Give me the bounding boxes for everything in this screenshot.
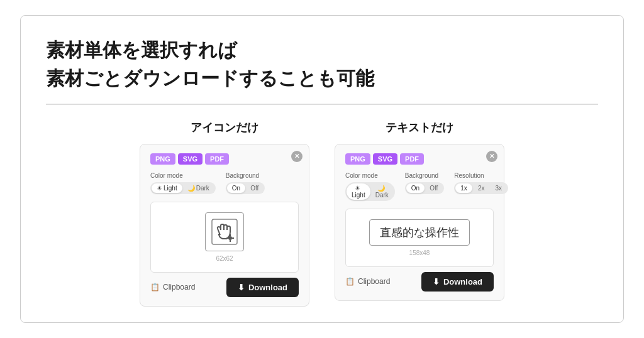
right-tab-svg[interactable]: SVG	[373, 153, 397, 165]
left-tab-svg[interactable]: SVG	[178, 153, 203, 165]
clipboard-icon: 📋	[150, 283, 160, 292]
left-light-btn[interactable]: ☀Light	[152, 183, 182, 193]
left-preview-icon-box	[205, 212, 244, 251]
left-color-mode-group: Color mode ☀Light 🌙Dark	[150, 172, 216, 194]
left-close-button[interactable]: ✕	[291, 151, 303, 162]
right-resolution-toggle: 1x 2x 3x	[454, 182, 508, 194]
right-color-mode-toggle: ☀Light 🌙Dark	[345, 182, 395, 201]
right-bg-off-btn[interactable]: Off	[425, 183, 443, 193]
right-download-card: ✕ PNG SVG PDF Color mode ☀Light	[335, 144, 504, 301]
right-download-label: Download	[443, 277, 482, 286]
left-bg-off-btn[interactable]: Off	[245, 183, 264, 193]
right-options-row: Color mode ☀Light 🌙Dark Background	[345, 172, 494, 201]
right-light-btn[interactable]: ☀Light	[347, 183, 370, 200]
right-close-icon: ✕	[489, 153, 494, 160]
left-download-label: Download	[248, 283, 287, 292]
left-dark-btn[interactable]: 🌙Dark	[182, 183, 214, 193]
left-color-mode-label: Color mode	[150, 172, 216, 179]
left-preview-area: 62x62	[150, 202, 299, 273]
left-background-group: Background On Off	[226, 172, 265, 194]
left-download-button[interactable]: ⬇ Download	[226, 278, 299, 297]
right-bg-on-btn[interactable]: On	[406, 183, 425, 193]
right-clipboard-icon: 📋	[345, 277, 355, 286]
main-container: 素材単体を選択すれば 素材ごとダウンロードすることも可能 アイコンだけ ✕ PN…	[20, 15, 624, 323]
right-tab-png[interactable]: PNG	[345, 153, 370, 165]
right-clipboard-button[interactable]: 📋 Clipboard	[345, 277, 390, 286]
right-preview-text-box: 直感的な操作性	[369, 219, 470, 246]
headline-line1: 素材単体を選択すれば	[46, 36, 598, 64]
right-dark-btn[interactable]: 🌙Dark	[370, 183, 394, 200]
left-download-card: ✕ PNG SVG PDF Color mode ☀Light	[140, 144, 309, 307]
svg-point-1	[228, 236, 232, 240]
left-preview-size: 62x62	[216, 255, 233, 262]
divider	[46, 104, 598, 105]
right-moon-icon: 🌙	[377, 185, 385, 192]
right-res-2x-btn[interactable]: 2x	[473, 183, 490, 193]
left-download-arrow-icon: ⬇	[238, 283, 245, 292]
right-resolution-label: Resolution	[454, 172, 508, 179]
right-close-button[interactable]: ✕	[486, 151, 497, 162]
svg-rect-0	[212, 219, 237, 244]
right-res-1x-btn[interactable]: 1x	[455, 183, 472, 193]
left-bg-on-btn[interactable]: On	[227, 183, 245, 193]
right-color-mode-label: Color mode	[345, 172, 395, 179]
right-download-arrow-icon: ⬇	[433, 277, 440, 286]
left-panel-section: アイコンだけ ✕ PNG SVG PDF Color mode ☀Light	[140, 120, 309, 307]
left-preview-svg	[209, 216, 240, 248]
right-res-3x-btn[interactable]: 3x	[490, 183, 507, 193]
sun-icon: ☀	[157, 185, 162, 192]
right-background-toggle: On Off	[405, 182, 445, 194]
right-panel-section: テキストだけ ✕ PNG SVG PDF Color mode ☀Light	[335, 120, 504, 301]
left-background-toggle: On Off	[226, 182, 265, 194]
left-tab-pdf[interactable]: PDF	[205, 153, 229, 165]
left-color-mode-toggle: ☀Light 🌙Dark	[150, 182, 216, 194]
headline-line2: 素材ごとダウンロードすることも可能	[46, 64, 598, 92]
right-download-button[interactable]: ⬇ Download	[421, 272, 494, 292]
right-background-group: Background On Off	[405, 172, 445, 194]
left-background-label: Background	[226, 172, 265, 179]
left-panel-title: アイコンだけ	[191, 120, 258, 135]
right-resolution-group: Resolution 1x 2x 3x	[454, 172, 508, 194]
right-card-footer: 📋 Clipboard ⬇ Download	[345, 272, 494, 292]
right-tab-pdf[interactable]: PDF	[400, 153, 424, 165]
left-clipboard-label: Clipboard	[163, 283, 195, 292]
right-format-tabs: PNG SVG PDF	[345, 153, 494, 165]
left-options-row: Color mode ☀Light 🌙Dark Background	[150, 172, 299, 194]
moon-icon: 🌙	[187, 185, 195, 192]
right-panel-title: テキストだけ	[386, 120, 453, 135]
right-preview-text: 直感的な操作性	[380, 226, 459, 239]
left-card-footer: 📋 Clipboard ⬇ Download	[150, 278, 299, 297]
right-clipboard-label: Clipboard	[358, 277, 390, 286]
right-color-mode-group: Color mode ☀Light 🌙Dark	[345, 172, 395, 201]
left-close-icon: ✕	[294, 153, 299, 160]
left-format-tabs: PNG SVG PDF	[150, 153, 299, 165]
right-background-label: Background	[405, 172, 445, 179]
headline: 素材単体を選択すれば 素材ごとダウンロードすることも可能	[46, 36, 598, 92]
left-tab-png[interactable]: PNG	[150, 153, 175, 165]
left-clipboard-button[interactable]: 📋 Clipboard	[150, 283, 195, 292]
right-sun-icon: ☀	[355, 185, 360, 192]
right-preview-area: 直感的な操作性 158x48	[345, 209, 494, 267]
panels-row: アイコンだけ ✕ PNG SVG PDF Color mode ☀Light	[46, 120, 598, 307]
right-preview-size: 158x48	[409, 249, 430, 256]
